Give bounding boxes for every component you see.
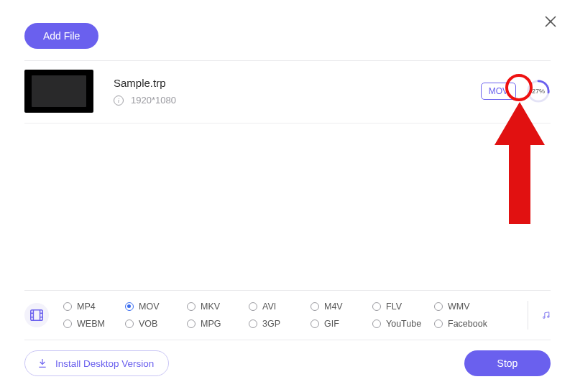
format-option-label: VOB bbox=[139, 319, 157, 329]
install-desktop-label: Install Desktop Version bbox=[55, 358, 154, 369]
format-option-mkv[interactable]: MKV bbox=[187, 302, 249, 312]
header: Add File bbox=[24, 0, 551, 61]
format-option-label: AVI bbox=[262, 302, 276, 312]
format-option-webm[interactable]: WEBM bbox=[63, 319, 125, 329]
format-option-gif[interactable]: GIF bbox=[310, 319, 372, 329]
format-option-vob[interactable]: VOB bbox=[125, 319, 187, 329]
format-option-label: MOV bbox=[139, 302, 159, 312]
format-option-label: WMV bbox=[448, 302, 470, 312]
svg-rect-5 bbox=[31, 310, 43, 321]
format-option-label: 3GP bbox=[262, 319, 280, 329]
close-icon[interactable] bbox=[543, 14, 558, 29]
info-icon[interactable]: i bbox=[114, 95, 124, 106]
add-file-button[interactable]: Add File bbox=[24, 23, 98, 49]
format-option-youtube[interactable]: YouTube bbox=[372, 319, 434, 329]
svg-point-13 bbox=[548, 316, 549, 317]
format-option-label: FLV bbox=[386, 302, 402, 312]
download-icon bbox=[37, 358, 48, 369]
format-option-m4v[interactable]: M4V bbox=[310, 302, 372, 312]
install-desktop-button[interactable]: Install Desktop Version bbox=[24, 350, 169, 376]
format-option-flv[interactable]: FLV bbox=[372, 302, 434, 312]
progress-label: 27% bbox=[526, 79, 551, 103]
file-name: Sample.trp bbox=[114, 77, 481, 89]
format-option-mpg[interactable]: MPG bbox=[187, 319, 249, 329]
file-row: Sample.trp i 1920*1080 MOV 27% bbox=[24, 61, 551, 123]
format-option-label: MP4 bbox=[77, 302, 96, 312]
file-thumbnail[interactable] bbox=[24, 70, 93, 113]
format-option-label: M4V bbox=[324, 302, 343, 312]
format-option-facebook[interactable]: Facebook bbox=[434, 319, 496, 329]
format-option-label: MPG bbox=[201, 319, 221, 329]
format-panel: MP4MOVMKVAVIM4VFLVWMVWEBMVOBMPG3GPGIFYou… bbox=[24, 290, 551, 340]
format-option-3gp[interactable]: 3GP bbox=[249, 319, 310, 329]
video-tab-icon[interactable] bbox=[24, 303, 49, 327]
format-option-mp4[interactable]: MP4 bbox=[63, 302, 125, 312]
format-option-avi[interactable]: AVI bbox=[249, 302, 310, 312]
target-format-badge[interactable]: MOV bbox=[481, 83, 516, 100]
format-option-label: WEBM bbox=[77, 319, 105, 329]
format-option-wmv[interactable]: WMV bbox=[434, 302, 496, 312]
footer: Install Desktop Version Stop bbox=[24, 350, 551, 376]
format-option-label: MKV bbox=[201, 302, 220, 312]
format-option-label: YouTube bbox=[386, 319, 421, 329]
file-resolution: 1920*1080 bbox=[131, 95, 176, 106]
audio-tab-icon[interactable] bbox=[528, 301, 551, 330]
format-option-mov[interactable]: MOV bbox=[125, 302, 187, 312]
stop-button[interactable]: Stop bbox=[464, 350, 551, 376]
progress-indicator: 27% bbox=[526, 79, 551, 103]
format-option-label: Facebook bbox=[448, 319, 487, 329]
format-option-label: GIF bbox=[324, 319, 339, 329]
svg-point-12 bbox=[543, 317, 545, 318]
